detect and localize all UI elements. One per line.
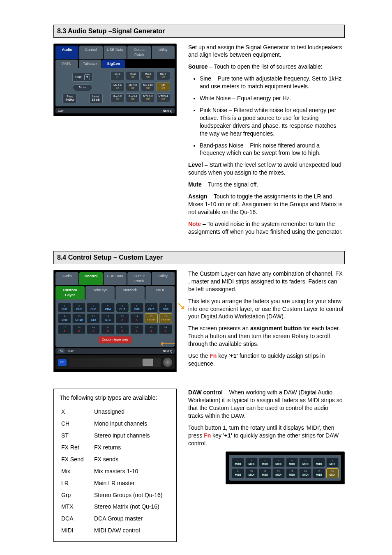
assign-slot-3[interactable]: 3CH3 [87, 303, 100, 313]
tab-utility[interactable]: Utility [152, 46, 175, 59]
assign-slot-12[interactable]: 12ST3 [101, 313, 114, 323]
mix-assign-mix9-10[interactable]: Mix 9-10Off [141, 82, 155, 91]
sine-source[interactable]: Sine ▾ [72, 73, 93, 82]
p6b: key ' [211, 432, 224, 439]
assign-slot-17[interactable]: 17X [58, 325, 71, 334]
type-key: ST [60, 430, 92, 442]
assign-slot-24[interactable]: 24X [159, 325, 172, 334]
midi-slot-16[interactable]: 16MIDI [326, 468, 339, 478]
custom-layer-only[interactable]: Custom layer only [99, 336, 131, 343]
assign-slot-18[interactable]: 18X [72, 325, 85, 334]
type-desc: Main LR master [92, 477, 171, 489]
midi-slot-4[interactable]: 4MIDI [272, 458, 285, 467]
footer-next: Next:1) [163, 109, 172, 113]
assign-slot-14[interactable]: 14X [130, 313, 143, 323]
fader-knob[interactable] [143, 359, 153, 366]
assign-slot-8[interactable]: 8CH8 [159, 303, 172, 313]
midi-slot-14[interactable]: 14MIDI [299, 468, 311, 478]
subtab-pafl[interactable]: PAFL [55, 60, 78, 68]
mix-assign-mix4[interactable]: Mix 4Off [156, 71, 170, 80]
assign-slot-4[interactable]: 4CH4 [101, 303, 114, 313]
subtab-siggen[interactable]: SigGen [102, 60, 125, 68]
footer-curr: Curr: [58, 109, 65, 113]
freq-box[interactable]: Freq 440Hz [62, 94, 76, 103]
mute-button[interactable]: Mute [73, 84, 92, 91]
tab-utility[interactable]: Utility [152, 272, 175, 285]
mix-assign-lr[interactable]: LROff [156, 82, 170, 91]
midi-slot-15[interactable]: 15MIDI [313, 468, 325, 478]
assign-slot-20[interactable]: 20X [101, 325, 114, 334]
type-desc: Unassigned [92, 406, 171, 418]
note-text: – To avoid noise in the system remember … [188, 221, 343, 235]
mix-assign-mix7-8[interactable]: Mix 7-8Off [126, 82, 140, 91]
level-line: Level – Start with the level set low to … [188, 161, 345, 177]
assign-line: Assign – Touch to toggle the assignments… [188, 193, 345, 216]
assign-slot-1[interactable]: 1CH1 [58, 303, 71, 313]
midi-slot-8[interactable]: 8MIDI [326, 458, 339, 467]
assign-slot-16[interactable]: 16FX2Ret [159, 313, 172, 323]
assign-slot-7[interactable]: 7CH7 [145, 303, 158, 313]
dropdown-icon[interactable]: ▾ [84, 74, 90, 80]
level-box[interactable]: Level 15 dB [89, 94, 103, 103]
midi-slot-12[interactable]: 12MIDI [272, 468, 285, 478]
assign-slot-10[interactable]: 10CH10 [72, 313, 85, 323]
fader-strip[interactable] [69, 358, 161, 367]
tab-usb-data[interactable]: USB Data [104, 272, 127, 285]
midi-slot-11[interactable]: 11MIDI [259, 468, 271, 478]
tab-control[interactable]: Control [79, 46, 102, 59]
midi-slot-9[interactable]: 9MIDI [232, 468, 244, 478]
mix-assign-mix5-6[interactable]: Mix 5-6Off [111, 82, 125, 91]
subtab-talkback[interactable]: Talkback [79, 60, 101, 68]
mix-assign-mix3[interactable]: Mix 3Off [141, 71, 155, 80]
assign-slot-22[interactable]: 22X [130, 325, 143, 334]
fader-row: Fn [55, 355, 175, 369]
mix-assign-grp1-2[interactable]: Grp 1-2Off [111, 93, 125, 102]
tab-audio[interactable]: Audio [55, 46, 78, 59]
midi-slot-3[interactable]: 3MIDI [259, 458, 271, 467]
mix-assign-mtx1-2[interactable]: MTX 1-2Off [141, 93, 155, 102]
source-bullets: Sine – Pure tone with adjustable frequen… [188, 75, 345, 157]
mix-assign-mtx3-4[interactable]: MTX 3-4Off [156, 93, 170, 102]
source-bullet: Sine – Pure tone with adjustable frequen… [200, 75, 345, 90]
mix-assign-mix1[interactable]: Mix 1On [111, 71, 125, 80]
midi-slot-10[interactable]: 10MIDI [245, 468, 258, 478]
custom-layer-screenshot: AudioControlUSB DataOutput PatchUtility … [53, 270, 177, 372]
tab-output-patch[interactable]: Output Patch [127, 272, 150, 285]
midi-slot-13[interactable]: 13MIDI [286, 468, 298, 478]
type-desc: Mix masters 1-10 [92, 465, 171, 477]
assign-slot-9[interactable]: 9CH9 [58, 313, 71, 323]
midi-slot-7[interactable]: 7MIDI [313, 458, 325, 467]
tab-usb-data[interactable]: USB Data [104, 46, 127, 59]
mix-assign-mix2[interactable]: Mix 2Off [126, 71, 140, 80]
subtab-custom-layer[interactable]: Custom Layer [55, 286, 85, 299]
subtab-network[interactable]: Network [115, 286, 145, 299]
subtab-midi[interactable]: MIDI [145, 286, 175, 299]
midi-slot-5[interactable]: 5MIDI [286, 458, 298, 467]
assign-slot-6[interactable]: 6CH6 [130, 303, 143, 313]
midi-slot-2[interactable]: 2MIDI [245, 458, 258, 467]
assign-slot-2[interactable]: 2CH2 [72, 303, 85, 313]
assign-slot-15[interactable]: 15FX1Ret [145, 313, 158, 323]
source-bullet: White Noise – Equal energy per Hz. [200, 94, 345, 102]
type-row: FX SendFX sends [60, 454, 171, 465]
tab-control[interactable]: Control [79, 272, 102, 285]
midi-slot-6[interactable]: 6MIDI [299, 458, 311, 467]
subtab-softkeys[interactable]: SoftKeys [85, 286, 115, 299]
strip-types-table: XUnassignedCHMono input channelsSTStereo… [60, 406, 171, 537]
fn-button[interactable]: Fn [58, 359, 67, 366]
mix-assign-grp3-4[interactable]: Grp 3-4Off [126, 93, 140, 102]
type-key: X [60, 406, 92, 418]
tab-audio[interactable]: Audio [55, 272, 78, 285]
assign-slot-19[interactable]: 19X [87, 325, 100, 334]
midi-slot-1[interactable]: 1MIDI [232, 458, 244, 467]
types-intro: The following strip types are available: [60, 394, 171, 402]
assign-slot-5[interactable]: 5CH5 [116, 303, 129, 313]
assign-slot-23[interactable]: 23X [145, 325, 158, 334]
tab-output-patch[interactable]: Output Patch [127, 46, 150, 59]
rotary-knob[interactable] [163, 358, 172, 367]
assign-slot-21[interactable]: 21X [116, 325, 129, 334]
assign-slot-13[interactable]: 13X [116, 313, 129, 323]
assign-slot-11[interactable]: 11ST2 [87, 313, 100, 323]
type-row: CHMono input channels [60, 418, 171, 430]
daw-line: DAW control – When working with a DAW (D… [188, 389, 345, 420]
